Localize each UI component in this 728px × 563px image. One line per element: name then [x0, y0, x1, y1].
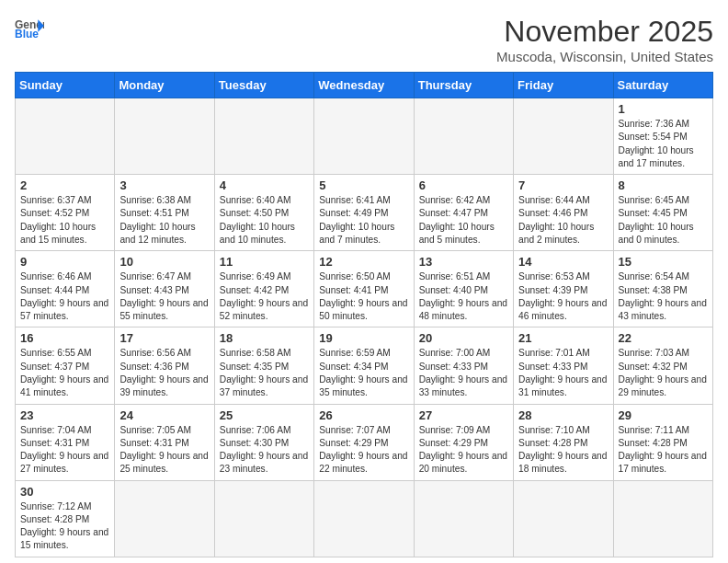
day-info: Sunrise: 7:07 AM Sunset: 4:29 PM Dayligh… — [319, 424, 408, 477]
calendar-cell — [414, 480, 513, 557]
calendar-table: SundayMondayTuesdayWednesdayThursdayFrid… — [15, 72, 713, 557]
day-number: 9 — [20, 255, 109, 269]
calendar-cell: 8Sunrise: 6:45 AM Sunset: 4:45 PM Daylig… — [613, 175, 712, 251]
calendar-cell: 12Sunrise: 6:50 AM Sunset: 4:41 PM Dayli… — [314, 251, 414, 327]
day-info: Sunrise: 7:01 AM Sunset: 4:33 PM Dayligh… — [518, 347, 608, 399]
day-info: Sunrise: 7:10 AM Sunset: 4:28 PM Dayligh… — [518, 424, 608, 477]
calendar-cell: 9Sunrise: 6:46 AM Sunset: 4:44 PM Daylig… — [16, 251, 115, 327]
calendar-cell: 20Sunrise: 7:00 AM Sunset: 4:33 PM Dayli… — [414, 327, 513, 404]
day-number: 26 — [319, 408, 408, 422]
day-info: Sunrise: 6:53 AM Sunset: 4:39 PM Dayligh… — [518, 270, 608, 323]
day-number: 7 — [518, 178, 608, 192]
day-info: Sunrise: 6:42 AM Sunset: 4:47 PM Dayligh… — [419, 194, 508, 247]
calendar-cell: 30Sunrise: 7:12 AM Sunset: 4:28 PM Dayli… — [16, 480, 115, 557]
day-number: 30 — [20, 485, 109, 499]
day-info: Sunrise: 6:40 AM Sunset: 4:50 PM Dayligh… — [220, 194, 309, 247]
calendar-cell — [613, 480, 712, 557]
calendar-cell: 2Sunrise: 6:37 AM Sunset: 4:52 PM Daylig… — [16, 175, 115, 251]
calendar-cell — [314, 98, 414, 175]
day-info: Sunrise: 6:50 AM Sunset: 4:41 PM Dayligh… — [319, 270, 408, 323]
weekday-header-thursday: Thursday — [414, 73, 513, 98]
day-info: Sunrise: 7:09 AM Sunset: 4:29 PM Dayligh… — [419, 424, 508, 477]
calendar-cell: 29Sunrise: 7:11 AM Sunset: 4:28 PM Dayli… — [613, 404, 712, 480]
calendar-week-1: 1Sunrise: 7:36 AM Sunset: 5:54 PM Daylig… — [16, 98, 713, 175]
calendar-cell — [314, 480, 414, 557]
day-number: 5 — [319, 178, 408, 192]
page-header: General Blue November 2025 Muscoda, Wisc… — [15, 15, 713, 64]
day-info: Sunrise: 6:37 AM Sunset: 4:52 PM Dayligh… — [20, 194, 109, 247]
day-info: Sunrise: 7:11 AM Sunset: 4:28 PM Dayligh… — [619, 424, 708, 477]
day-info: Sunrise: 6:44 AM Sunset: 4:46 PM Dayligh… — [518, 194, 608, 247]
calendar-cell: 25Sunrise: 7:06 AM Sunset: 4:30 PM Dayli… — [214, 404, 313, 480]
day-number: 29 — [619, 408, 708, 422]
calendar-cell: 10Sunrise: 6:47 AM Sunset: 4:43 PM Dayli… — [115, 251, 214, 327]
calendar-cell: 27Sunrise: 7:09 AM Sunset: 4:29 PM Dayli… — [414, 404, 513, 480]
day-number: 22 — [619, 331, 708, 345]
calendar-cell — [16, 98, 115, 175]
calendar-cell — [514, 98, 613, 175]
day-info: Sunrise: 6:58 AM Sunset: 4:35 PM Dayligh… — [220, 347, 309, 399]
calendar-cell: 5Sunrise: 6:41 AM Sunset: 4:49 PM Daylig… — [314, 175, 414, 251]
calendar-cell: 26Sunrise: 7:07 AM Sunset: 4:29 PM Dayli… — [314, 404, 414, 480]
day-number: 12 — [319, 255, 408, 269]
day-number: 10 — [119, 255, 209, 269]
calendar-cell — [115, 480, 214, 557]
weekday-header-monday: Monday — [115, 73, 214, 98]
calendar-cell: 4Sunrise: 6:40 AM Sunset: 4:50 PM Daylig… — [214, 175, 313, 251]
day-number: 1 — [619, 102, 708, 116]
svg-text:Blue: Blue — [15, 28, 39, 40]
calendar-cell: 24Sunrise: 7:05 AM Sunset: 4:31 PM Dayli… — [115, 404, 214, 480]
calendar-cell: 11Sunrise: 6:49 AM Sunset: 4:42 PM Dayli… — [214, 251, 313, 327]
day-info: Sunrise: 6:41 AM Sunset: 4:49 PM Dayligh… — [319, 194, 408, 247]
calendar-cell: 1Sunrise: 7:36 AM Sunset: 5:54 PM Daylig… — [613, 98, 712, 175]
calendar-week-5: 23Sunrise: 7:04 AM Sunset: 4:31 PM Dayli… — [16, 404, 713, 480]
day-info: Sunrise: 7:03 AM Sunset: 4:32 PM Dayligh… — [619, 347, 708, 399]
day-number: 24 — [119, 408, 209, 422]
day-number: 8 — [619, 178, 708, 192]
calendar-cell: 7Sunrise: 6:44 AM Sunset: 4:46 PM Daylig… — [514, 175, 613, 251]
calendar-cell — [514, 480, 613, 557]
day-info: Sunrise: 6:38 AM Sunset: 4:51 PM Dayligh… — [119, 194, 209, 247]
day-number: 23 — [20, 408, 109, 422]
day-number: 11 — [220, 255, 309, 269]
day-number: 19 — [319, 331, 408, 345]
calendar-cell: 17Sunrise: 6:56 AM Sunset: 4:36 PM Dayli… — [115, 327, 214, 404]
day-info: Sunrise: 7:04 AM Sunset: 4:31 PM Dayligh… — [20, 424, 109, 477]
calendar-cell: 19Sunrise: 6:59 AM Sunset: 4:34 PM Dayli… — [314, 327, 414, 404]
day-number: 28 — [518, 408, 608, 422]
weekday-header-saturday: Saturday — [613, 73, 712, 98]
calendar-cell: 23Sunrise: 7:04 AM Sunset: 4:31 PM Dayli… — [16, 404, 115, 480]
day-info: Sunrise: 6:55 AM Sunset: 4:37 PM Dayligh… — [20, 347, 109, 399]
day-info: Sunrise: 6:47 AM Sunset: 4:43 PM Dayligh… — [119, 270, 209, 323]
day-info: Sunrise: 7:36 AM Sunset: 5:54 PM Dayligh… — [619, 118, 708, 170]
calendar-cell — [115, 98, 214, 175]
day-number: 15 — [619, 255, 708, 269]
day-number: 6 — [419, 178, 508, 192]
day-info: Sunrise: 6:46 AM Sunset: 4:44 PM Dayligh… — [20, 270, 109, 323]
calendar-cell — [214, 480, 313, 557]
calendar-cell — [414, 98, 513, 175]
calendar-cell: 15Sunrise: 6:54 AM Sunset: 4:38 PM Dayli… — [613, 251, 712, 327]
location: Muscoda, Wisconsin, United States — [496, 49, 713, 64]
day-info: Sunrise: 7:12 AM Sunset: 4:28 PM Dayligh… — [20, 500, 109, 553]
month-title: November 2025 — [496, 15, 713, 49]
calendar-cell: 22Sunrise: 7:03 AM Sunset: 4:32 PM Dayli… — [613, 327, 712, 404]
calendar-cell: 16Sunrise: 6:55 AM Sunset: 4:37 PM Dayli… — [16, 327, 115, 404]
day-number: 2 — [20, 178, 109, 192]
weekday-header-tuesday: Tuesday — [214, 73, 313, 98]
day-info: Sunrise: 7:00 AM Sunset: 4:33 PM Dayligh… — [419, 347, 508, 399]
calendar-cell: 3Sunrise: 6:38 AM Sunset: 4:51 PM Daylig… — [115, 175, 214, 251]
day-info: Sunrise: 7:06 AM Sunset: 4:30 PM Dayligh… — [220, 424, 309, 477]
day-number: 4 — [220, 178, 309, 192]
day-number: 16 — [20, 331, 109, 345]
day-number: 27 — [419, 408, 508, 422]
calendar-cell — [214, 98, 313, 175]
calendar-cell: 13Sunrise: 6:51 AM Sunset: 4:40 PM Dayli… — [414, 251, 513, 327]
day-number: 13 — [419, 255, 508, 269]
calendar-week-4: 16Sunrise: 6:55 AM Sunset: 4:37 PM Dayli… — [16, 327, 713, 404]
day-info: Sunrise: 7:05 AM Sunset: 4:31 PM Dayligh… — [119, 424, 209, 477]
day-info: Sunrise: 6:51 AM Sunset: 4:40 PM Dayligh… — [419, 270, 508, 323]
calendar-week-2: 2Sunrise: 6:37 AM Sunset: 4:52 PM Daylig… — [16, 175, 713, 251]
weekday-header-friday: Friday — [514, 73, 613, 98]
title-block: November 2025 Muscoda, Wisconsin, United… — [496, 15, 713, 64]
